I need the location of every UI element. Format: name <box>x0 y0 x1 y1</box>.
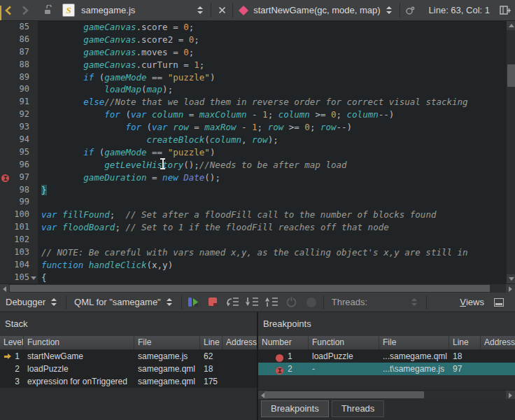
column-header[interactable]: Function <box>24 336 134 349</box>
code-line[interactable]: if (gameMode == "puzzle") <box>38 71 506 84</box>
code-line[interactable]: var fillFound; // Set after a floodFill … <box>38 209 506 221</box>
open-file-name[interactable]: samegame.js <box>81 5 135 15</box>
breakpoint-row[interactable]: 1loadPuzzle...samegame.qml18 <box>258 350 515 363</box>
stop-button[interactable] <box>204 294 223 311</box>
dropdown-arrows-icon <box>411 298 417 306</box>
code-line[interactable]: else//Note that we load them in reverse … <box>38 96 506 108</box>
column-header[interactable]: Line <box>200 336 223 349</box>
line-number[interactable]: 103 <box>0 246 38 259</box>
back-button[interactable] <box>0 2 17 19</box>
line-number[interactable]: 88 <box>0 59 38 71</box>
code-line[interactable]: gameCanvas.score2 = 0; <box>38 34 506 46</box>
code-line[interactable]: gameDuration = new Date(); <box>38 172 506 184</box>
code-line[interactable]: function handleClick(x,y) <box>38 259 506 272</box>
code-line[interactable]: { <box>38 272 506 284</box>
column-header[interactable]: Address <box>481 336 515 349</box>
line-number[interactable]: 99 <box>0 196 38 209</box>
stack-row[interactable]: 2loadPuzzlesamegame.qml18 <box>0 363 257 375</box>
code-line[interactable]: loadMap(map); <box>38 83 506 96</box>
column-header[interactable]: File <box>134 336 200 349</box>
line-number[interactable]: 100 <box>0 209 38 221</box>
lock-button[interactable] <box>39 2 56 19</box>
views-menu-button[interactable]: Views <box>456 297 515 307</box>
line-number[interactable]: 96 <box>0 159 38 172</box>
line-number[interactable]: 102 <box>0 234 38 246</box>
tab-breakpoints[interactable]: Breakpoints <box>261 400 329 417</box>
panel-layout-icon[interactable] <box>494 298 504 307</box>
line-number[interactable]: 98 <box>0 184 38 197</box>
macro-button[interactable] <box>402 2 419 19</box>
horizontal-scroll-handle[interactable] <box>264 391 424 398</box>
line-number[interactable]: 94 <box>0 134 38 146</box>
code-editor[interactable]: 8586878889909192939495969798991001011021… <box>0 21 515 284</box>
code-line[interactable]: } <box>38 184 506 197</box>
editor-horizontal-scrollbar[interactable] <box>0 284 515 293</box>
cursor-position[interactable]: Line: 63, Col: 1 <box>429 5 490 15</box>
breakpoints-horizontal-scrollbar[interactable] <box>258 390 515 399</box>
code-line[interactable]: var floodBoard; // Set to 1 if the flood… <box>38 221 506 234</box>
file-dropdown-arrows[interactable] <box>197 6 203 14</box>
code-token: "puzzle" <box>168 147 210 158</box>
record-button[interactable] <box>302 294 321 311</box>
current-symbol[interactable]: startNewGame(gc, mode, map) <box>253 5 380 15</box>
column-header[interactable]: Level <box>0 336 24 349</box>
line-number[interactable]: 91 <box>0 96 38 108</box>
scroll-up-button[interactable] <box>507 21 515 30</box>
breakpoint-row[interactable]: 2-...t\samegame.js97 <box>258 363 515 375</box>
step-into-button[interactable] <box>243 294 262 311</box>
editor-code-area[interactable]: gameCanvas.score = 0; gameCanvas.score2 … <box>38 21 506 284</box>
code-token: //Needs to be after map load <box>199 160 347 170</box>
line-number[interactable]: 105 <box>0 272 38 284</box>
close-document-button[interactable] <box>213 2 230 19</box>
line-number[interactable]: 92 <box>0 108 38 121</box>
column-header[interactable]: Number <box>258 336 309 349</box>
restart-button[interactable] <box>282 294 302 311</box>
scroll-down-button[interactable] <box>507 274 515 284</box>
step-over-button[interactable] <box>223 294 243 311</box>
code-line[interactable]: createBlock(column, row); <box>38 134 506 146</box>
fold-marker-icon[interactable] <box>31 276 36 280</box>
code-line[interactable]: gameCanvas.curTurn = 1; <box>38 59 506 71</box>
code-line[interactable]: for (var column = maxColumn - 1; column … <box>38 108 506 121</box>
editor-vertical-scrollbar[interactable] <box>506 21 515 284</box>
column-header[interactable]: Address <box>223 336 257 349</box>
code-line[interactable]: for (var row = maxRow - 1; row >= 0; row… <box>38 121 506 134</box>
line-number[interactable]: 85 <box>0 21 38 34</box>
code-line[interactable]: if (gameMode == "puzzle") <box>38 146 506 159</box>
code-line[interactable]: getLevelHistory();//Needs to be after ma… <box>38 159 506 172</box>
line-number[interactable]: 86 <box>0 34 38 46</box>
breakpoints-column-headers[interactable]: NumberFunctionFileLineAddress <box>258 336 515 350</box>
split-editor-button[interactable] <box>497 2 514 19</box>
debugger-mode-select[interactable]: Debugger <box>0 294 64 311</box>
step-out-button[interactable] <box>262 294 282 311</box>
line-number[interactable]: 87 <box>0 46 38 59</box>
column-header[interactable]: File <box>379 336 449 349</box>
horizontal-scroll-handle[interactable] <box>10 285 490 292</box>
line-number[interactable]: 101 <box>0 221 38 234</box>
vertical-scroll-handle[interactable] <box>507 64 515 87</box>
code-line[interactable] <box>38 196 506 209</box>
debug-target-select[interactable]: QML for "samegame" <box>69 294 179 311</box>
continue-button[interactable] <box>184 294 204 311</box>
line-number[interactable]: 97 <box>0 172 38 184</box>
stack-row[interactable]: 1startNewGamesamegame.js62 <box>0 350 257 363</box>
threads-select[interactable]: Threads: <box>326 294 424 311</box>
stack-column-headers[interactable]: LevelFunctionFileLineAddress <box>0 336 257 350</box>
stack-row[interactable]: 3expression for onTriggeredsamegame.qml1… <box>0 375 257 388</box>
line-number[interactable]: 89 <box>0 71 38 84</box>
code-line[interactable]: // NOTE: Be careful with vars named x,y,… <box>38 246 506 259</box>
line-number[interactable]: 104 <box>0 259 38 272</box>
code-line[interactable]: gameCanvas.moves = 0; <box>38 46 506 59</box>
editor-gutter[interactable]: 8586878889909192939495969798991001011021… <box>0 21 38 284</box>
code-line[interactable]: gameCanvas.score = 0; <box>38 21 506 34</box>
tab-threads[interactable]: Threads <box>332 400 385 417</box>
forward-button[interactable] <box>17 2 34 19</box>
symbol-dropdown-arrows[interactable] <box>386 6 392 14</box>
line-number[interactable]: 93 <box>0 121 38 134</box>
column-header[interactable]: Line <box>449 336 481 349</box>
column-header[interactable]: Function <box>309 336 379 349</box>
code-line[interactable] <box>38 234 506 246</box>
code-token: ; <box>199 59 205 70</box>
line-number[interactable]: 95 <box>0 146 38 159</box>
line-number[interactable]: 90 <box>0 83 38 96</box>
